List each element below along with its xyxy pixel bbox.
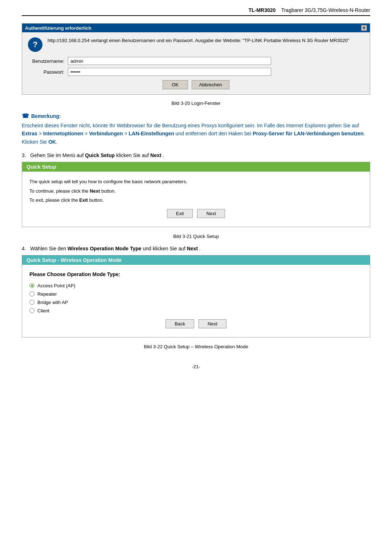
quick-setup-panel: Quick Setup The quick setup will tell yo… — [22, 162, 370, 227]
auth-buttons: OK Abbrechen — [28, 80, 364, 89]
radio-client-label: Client — [37, 308, 49, 313]
note-verbindungen: Verbindungen — [89, 131, 123, 136]
ok-button[interactable]: OK — [163, 80, 188, 89]
step3-text-before: Gehen Sie im Menü auf — [30, 152, 85, 158]
radio-bridge-label: Bridge with AP — [37, 300, 68, 305]
qs-line2: To continue, please click the Next butto… — [29, 188, 363, 195]
radio-item-bridge[interactable]: Bridge with AP — [29, 300, 363, 305]
auth-dialog-close-button[interactable]: × — [361, 25, 367, 31]
note-section: ☎ Bemerkung: Erscheint dieses Fenster ni… — [22, 112, 370, 146]
qs-next-button[interactable]: Next — [197, 209, 225, 218]
fig2-caption: Bild 3-21 Quick Setup — [22, 234, 370, 239]
page-header: TL-MR3020 Tragbarer 3G/3,75G-Wireless-N-… — [22, 7, 370, 16]
wireless-panel-header: Quick Setup - Wireless Operation Mode — [22, 255, 370, 265]
radio-item-ap[interactable]: Access Point (AP) — [29, 283, 363, 288]
step3-number: 3. — [22, 152, 26, 158]
step3-text-after: klicken Sie auf — [116, 152, 150, 158]
note-internetoptionen: Internetoptionen — [43, 131, 83, 136]
wireless-panel-body: Please Choose Operation Mode Type: Acces… — [22, 265, 370, 337]
auth-fields: Benutzername: Passwort: — [28, 57, 364, 76]
auth-dialog-titlebar: Authentifizierung erforderlich × — [22, 24, 370, 32]
username-label: Benutzername: — [28, 58, 68, 64]
page-subtitle: Tragbarer 3G/3,75G-Wireless-N-Router — [281, 7, 370, 13]
qs-exit-button[interactable]: Exit — [167, 209, 193, 218]
note-proxy-server: Proxy-Server für LAN-Verbindungen benutz… — [253, 131, 364, 136]
radio-ap-label: Access Point (AP) — [37, 283, 75, 288]
phone-icon: ☎ — [22, 112, 29, 119]
radio-item-repeater[interactable]: Repeater — [29, 291, 363, 297]
wireless-buttons: Back Next — [29, 319, 363, 332]
quick-setup-panel-header: Quick Setup — [22, 162, 370, 172]
cancel-button[interactable]: Abbrechen — [192, 80, 230, 89]
step3-bold1: Quick Setup — [85, 152, 115, 158]
step4-number: 4. — [22, 246, 26, 251]
password-row: Passwort: — [28, 68, 364, 76]
radio-ap-indicator — [29, 283, 34, 288]
qs-line2-bold: Next — [90, 188, 100, 194]
note-ok: OK — [48, 139, 56, 145]
qs-line2-end: button. — [101, 188, 116, 194]
note-body: Erscheint dieses Fenster nicht, könnte I… — [22, 122, 370, 146]
qs-line1: The quick setup will tell you how to con… — [29, 178, 363, 185]
qs-line3-before: To exit, please click the — [29, 197, 79, 203]
fig3-caption: Bild 3-22 Quick Setup – Wireless Operati… — [22, 344, 370, 349]
radio-client-indicator — [29, 308, 34, 313]
step4-bold2: Next — [187, 246, 198, 251]
quick-setup-buttons: Exit Next — [29, 209, 363, 222]
step4-text-end: . — [199, 246, 201, 251]
auth-message-text: http://192.168.0.254 verlangt einen Benu… — [48, 37, 349, 44]
operation-mode-title: Please Choose Operation Mode Type: — [29, 271, 363, 277]
radio-group: Access Point (AP) Repeater Bridge with A… — [29, 283, 363, 313]
username-input[interactable] — [68, 57, 271, 65]
step3: 3. Gehen Sie im Menü auf Quick Setup kli… — [22, 152, 370, 227]
wireless-back-button[interactable]: Back — [166, 319, 194, 328]
page-number: -21- — [22, 364, 370, 369]
auth-info-row: ? http://192.168.0.254 verlangt einen Be… — [28, 37, 364, 52]
wireless-next-button[interactable]: Next — [199, 319, 226, 328]
note-lan-einstellungen: LAN-Einstellungen — [129, 131, 174, 136]
fig1-caption: Bild 3-20 Login-Fenster — [22, 100, 370, 106]
auth-dialog: Authentifizierung erforderlich × ? http:… — [22, 23, 370, 95]
radio-repeater-label: Repeater — [37, 291, 57, 297]
step3-text-end: . — [163, 152, 164, 158]
username-row: Benutzername: — [28, 57, 364, 65]
note-extras: Extras — [22, 131, 37, 136]
password-label: Passwort: — [28, 69, 68, 75]
radio-bridge-indicator — [29, 300, 34, 305]
radio-item-client[interactable]: Client — [29, 308, 363, 313]
step4-text: 4. Wählen Sie den Wireless Operation Mod… — [22, 246, 370, 251]
note-heading: ☎ Bemerkung: — [22, 112, 370, 119]
password-input[interactable] — [68, 68, 271, 76]
qs-line2-before: To continue, please click the — [29, 188, 90, 194]
auth-dialog-body: ? http://192.168.0.254 verlangt einen Be… — [22, 32, 370, 94]
model-number: TL-MR3020 — [249, 7, 276, 13]
auth-dialog-title: Authentifizierung erforderlich — [25, 25, 91, 31]
question-icon: ? — [28, 37, 42, 52]
step4-text-after: und klicken Sie auf — [143, 246, 187, 251]
step3-bold2: Next — [150, 152, 161, 158]
step4-bold1: Wireless Operation Mode Type — [68, 246, 141, 251]
radio-repeater-indicator — [29, 291, 34, 296]
qs-line3: To exit, please click the Exit button. — [29, 197, 363, 204]
step3-text: 3. Gehen Sie im Menü auf Quick Setup kli… — [22, 152, 370, 158]
step4: 4. Wählen Sie den Wireless Operation Mod… — [22, 246, 370, 337]
qs-line3-bold: Exit — [79, 197, 88, 203]
wireless-panel: Quick Setup - Wireless Operation Mode Pl… — [22, 255, 370, 337]
qs-line3-end: button. — [89, 197, 104, 203]
step4-text-before: Wählen Sie den — [30, 246, 68, 251]
note-heading-text: Bemerkung: — [31, 113, 61, 119]
quick-setup-panel-body: The quick setup will tell you how to con… — [22, 172, 370, 227]
